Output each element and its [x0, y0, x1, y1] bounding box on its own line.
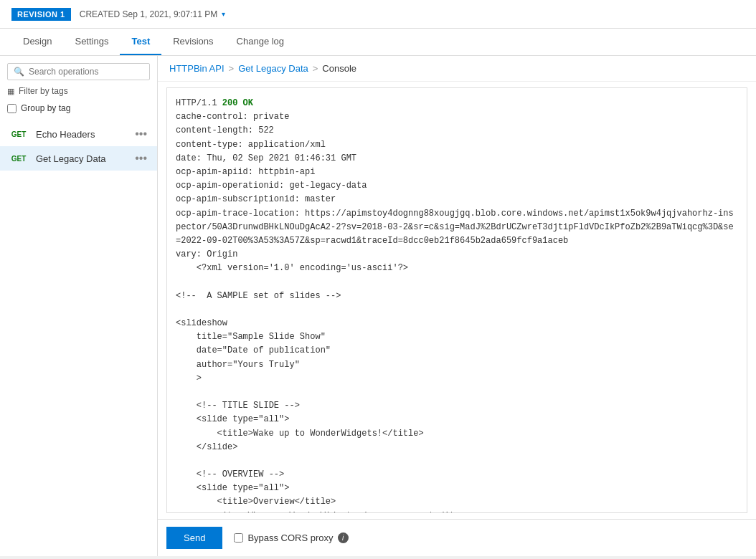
console-output: HTTP/1.1 200 OK cache-control: private c…	[166, 87, 747, 513]
footer-bar: Send Bypass CORS proxy i	[158, 519, 756, 556]
filter-row[interactable]: ▦ Filter by tags	[7, 86, 150, 96]
nav-tabs: Design Settings Test Revisions Change lo…	[0, 29, 756, 56]
bypass-cors-checkbox[interactable]	[234, 533, 243, 543]
bypass-cors-label: Bypass CORS proxy	[247, 532, 333, 543]
method-badge-get: GET	[7, 129, 30, 140]
breadcrumb-operation[interactable]: Get Legacy Data	[238, 63, 308, 74]
filter-label: Filter by tags	[19, 86, 68, 96]
breadcrumb-current: Console	[322, 63, 356, 74]
breadcrumb-api[interactable]: HTTPBin API	[169, 63, 225, 74]
created-label: CREATED Sep 1, 2021, 9:07:11 PM	[80, 9, 218, 19]
operation-menu-get-legacy-data[interactable]: •••	[132, 152, 150, 165]
group-by-label: Group by tag	[21, 103, 70, 113]
revision-badge: REVISION 1	[11, 8, 71, 21]
operation-menu-echo-headers[interactable]: •••	[132, 128, 150, 140]
breadcrumb: HTTPBin API > Get Legacy Data > Console	[158, 56, 756, 82]
breadcrumb-sep-2: >	[313, 63, 318, 74]
search-icon: 🔍	[14, 67, 24, 77]
tab-changelog[interactable]: Change log	[225, 29, 296, 55]
group-by-checkbox[interactable]	[7, 104, 16, 113]
send-button[interactable]: Send	[166, 527, 222, 549]
op-name-echo-headers: Echo Headers	[36, 129, 126, 140]
main-layout: 🔍 ▦ Filter by tags Group by tag GET Echo…	[0, 56, 756, 556]
op-name-get-legacy-data: Get Legacy Data	[36, 153, 126, 164]
tab-test[interactable]: Test	[120, 29, 161, 55]
breadcrumb-sep-1: >	[229, 63, 235, 74]
info-icon[interactable]: i	[338, 532, 349, 543]
group-by-row: Group by tag	[7, 103, 150, 113]
created-info: CREATED Sep 1, 2021, 9:07:11 PM ▾	[80, 9, 226, 19]
content-area: HTTPBin API > Get Legacy Data > Console …	[158, 56, 756, 556]
filter-icon: ▦	[7, 87, 14, 96]
sidebar-item-echo-headers[interactable]: GET Echo Headers •••	[0, 122, 157, 146]
tab-settings[interactable]: Settings	[63, 29, 120, 55]
tab-revisions[interactable]: Revisions	[161, 29, 225, 55]
method-badge-get-legacy: GET	[7, 153, 30, 164]
search-input[interactable]	[29, 67, 143, 77]
chevron-down-icon[interactable]: ▾	[222, 10, 225, 18]
sidebar-item-get-legacy-data[interactable]: GET Get Legacy Data •••	[0, 146, 157, 171]
bypass-cors-row: Bypass CORS proxy i	[234, 532, 348, 543]
search-box[interactable]: 🔍	[7, 63, 150, 80]
sidebar: 🔍 ▦ Filter by tags Group by tag GET Echo…	[0, 56, 158, 556]
tab-design[interactable]: Design	[11, 29, 63, 55]
top-bar: REVISION 1 CREATED Sep 1, 2021, 9:07:11 …	[0, 0, 756, 29]
